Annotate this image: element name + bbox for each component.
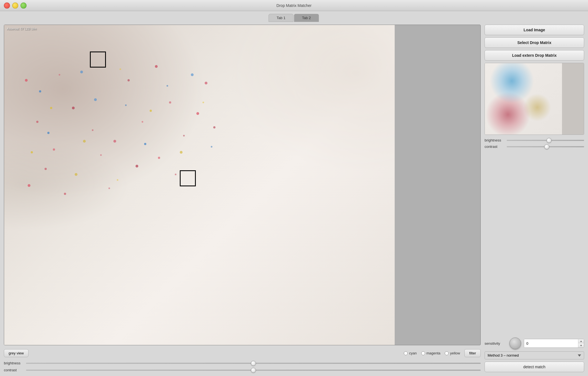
title-bar: Drop Matrix Matcher <box>0 0 588 11</box>
svg-point-27 <box>191 73 194 76</box>
sensitivity-step-down[interactable]: ▼ <box>578 343 584 347</box>
svg-point-17 <box>175 174 176 175</box>
svg-point-2 <box>59 74 60 76</box>
main-image[interactable]: Asservat: 57 LZB Ulm <box>4 25 395 345</box>
svg-point-33 <box>83 140 86 143</box>
svg-point-32 <box>50 107 52 109</box>
svg-point-3 <box>72 107 75 109</box>
right-brightness-label: brightness <box>485 138 504 142</box>
svg-point-39 <box>75 173 77 176</box>
svg-point-16 <box>158 157 160 159</box>
svg-point-35 <box>150 110 152 112</box>
selection-box-1[interactable] <box>90 51 106 68</box>
svg-point-24 <box>80 71 83 73</box>
svg-point-10 <box>169 101 171 104</box>
sensitivity-label: sensitivity <box>485 341 507 346</box>
select-drop-matrix-button[interactable]: Select Drop Matrix <box>485 37 584 48</box>
svg-point-31 <box>166 85 168 87</box>
svg-point-12 <box>196 112 199 115</box>
selection-box-2[interactable] <box>180 170 196 186</box>
svg-point-25 <box>125 104 127 106</box>
svg-point-6 <box>113 140 116 143</box>
svg-point-22 <box>108 187 110 189</box>
right-sliders: brightness contrast <box>485 137 584 150</box>
method-select[interactable]: Method 1 Method 2 Method 3 – normed Meth… <box>485 351 584 359</box>
sensitivity-step-up[interactable]: ▲ <box>578 339 584 343</box>
color-radio-group: cyan magenta yellow filter <box>404 349 481 357</box>
yellow-radio-group[interactable]: yellow <box>445 351 460 355</box>
svg-point-18 <box>205 82 207 84</box>
svg-point-34 <box>119 68 121 70</box>
right-panel: Load Image Select Drop Matrix Load exter… <box>485 25 584 372</box>
sensitivity-knob[interactable] <box>509 338 521 349</box>
matrix-image-main <box>485 63 562 135</box>
image-controls: grey view cyan magenta yellow filter <box>4 348 481 358</box>
svg-point-26 <box>144 143 146 145</box>
load-image-button[interactable]: Load Image <box>485 25 584 35</box>
left-panel: Asservat: 57 LZB Ulm <box>4 25 481 372</box>
right-contrast-slider[interactable] <box>507 146 584 147</box>
magenta-radio-group[interactable]: magenta <box>421 351 441 355</box>
bottom-right-controls: sensitivity ▲ ▼ Method 1 Method 2 Method… <box>485 338 584 372</box>
svg-point-38 <box>31 151 33 153</box>
matrix-preview <box>485 63 584 135</box>
svg-point-28 <box>211 146 212 148</box>
close-button[interactable] <box>4 2 10 9</box>
filter-button[interactable]: filter <box>464 349 481 357</box>
contrast-slider[interactable] <box>26 370 481 371</box>
svg-point-5 <box>92 129 93 131</box>
main-window: Tab 1 Tab 2 Asservat: 57 LZB Ulm <box>0 11 588 376</box>
detect-match-button[interactable]: detect match <box>485 362 584 372</box>
matrix-image-side <box>562 63 584 135</box>
svg-point-20 <box>28 184 30 187</box>
tabs-bar: Tab 1 Tab 2 <box>0 11 588 22</box>
right-contrast-label: contrast <box>485 145 504 149</box>
window-controls[interactable] <box>4 2 27 9</box>
svg-point-29 <box>47 132 50 134</box>
svg-point-36 <box>180 151 183 154</box>
minimize-button[interactable] <box>12 2 18 9</box>
svg-point-14 <box>100 154 102 156</box>
sensitivity-input-group: ▲ ▼ <box>524 339 584 348</box>
microscope-background: Asservat: 57 LZB Ulm <box>4 25 395 345</box>
right-brightness-row: brightness <box>485 138 584 142</box>
svg-point-0 <box>25 79 28 82</box>
sensitivity-input[interactable] <box>524 339 578 347</box>
tab-1[interactable]: Tab 1 <box>269 14 293 22</box>
svg-point-23 <box>39 90 41 92</box>
svg-point-11 <box>183 135 185 137</box>
svg-point-9 <box>155 65 158 68</box>
svg-point-15 <box>136 165 138 168</box>
svg-point-1 <box>36 121 38 123</box>
svg-point-21 <box>64 193 66 195</box>
brightness-slider[interactable] <box>26 363 481 364</box>
tab-2[interactable]: Tab 2 <box>294 14 319 22</box>
image-right-strip <box>395 25 480 345</box>
yellow-label: yellow <box>450 351 460 355</box>
svg-point-19 <box>213 126 215 128</box>
contrast-row: contrast <box>4 368 481 372</box>
cyan-radio-group[interactable]: cyan <box>404 351 417 355</box>
content-area: Asservat: 57 LZB Ulm <box>0 22 588 376</box>
magenta-label: magenta <box>426 351 441 355</box>
cyan-radio[interactable] <box>404 351 408 355</box>
image-container: Asservat: 57 LZB Ulm <box>4 25 481 345</box>
magenta-radio[interactable] <box>421 351 425 355</box>
maximize-button[interactable] <box>20 2 27 9</box>
cyan-label: cyan <box>409 351 417 355</box>
svg-point-37 <box>202 102 204 103</box>
svg-point-30 <box>94 98 97 101</box>
sensitivity-steppers: ▲ ▼ <box>578 339 584 347</box>
brightness-label: brightness <box>4 361 23 365</box>
dots-overlay <box>4 25 395 345</box>
load-extern-button[interactable]: Load extern Drop Matrix <box>485 50 584 61</box>
sensitivity-row: sensitivity ▲ ▼ <box>485 338 584 349</box>
yellow-radio[interactable] <box>445 351 449 355</box>
svg-point-4 <box>53 148 55 151</box>
image-label: Asservat: 57 LZB Ulm <box>7 27 37 30</box>
right-brightness-slider[interactable] <box>507 140 584 141</box>
svg-point-13 <box>45 168 47 170</box>
brightness-row: brightness <box>4 361 481 365</box>
svg-point-40 <box>117 179 118 181</box>
grey-view-button[interactable]: grey view <box>4 349 28 357</box>
